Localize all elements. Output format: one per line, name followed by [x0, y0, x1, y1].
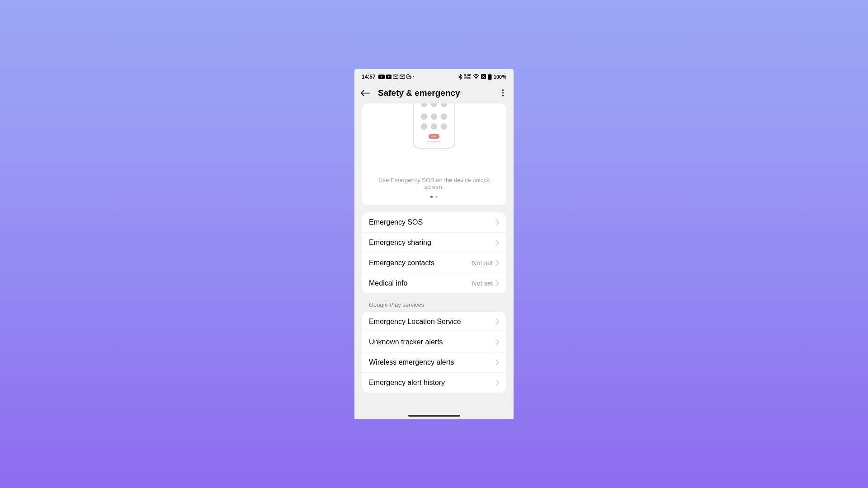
chevron-right-icon — [495, 280, 499, 286]
battery-icon — [488, 74, 492, 80]
status-left: 14:57 • — [362, 74, 414, 80]
phone-screen: 14:57 • 0,00 KB/S 100% — [354, 69, 514, 419]
section-header-google-play: Google Play services — [362, 293, 506, 312]
item-medical-info[interactable]: Medical info Not set — [362, 273, 506, 293]
wifi-icon — [473, 74, 479, 79]
page-dot-inactive — [435, 196, 438, 198]
item-value: Not set — [472, 280, 493, 287]
item-unknown-tracker-alerts[interactable]: Unknown tracker alerts — [362, 332, 506, 352]
hero-card[interactable]: SOS Use Emergency SOS on the device unlo… — [362, 103, 506, 205]
data-rate: 0,00 KB/S — [464, 74, 471, 79]
home-line-illustration — [427, 141, 441, 142]
box-icon — [481, 74, 486, 79]
item-label: Emergency sharing — [369, 239, 431, 247]
phone-illustration: SOS — [413, 103, 455, 149]
chevron-right-icon — [495, 219, 499, 225]
item-label: Emergency SOS — [369, 218, 423, 226]
home-indicator[interactable] — [408, 415, 460, 417]
status-right: 0,00 KB/S 100% — [458, 74, 506, 80]
status-bar: 14:57 • 0,00 KB/S 100% — [354, 69, 514, 82]
item-label: Emergency Location Service — [369, 318, 461, 326]
battery-percent: 100% — [494, 74, 506, 80]
more-dot-icon — [502, 95, 504, 96]
item-emergency-contacts[interactable]: Emergency contacts Not set — [362, 253, 506, 273]
google-icon — [406, 74, 411, 79]
page-title: Safety & emergency — [378, 88, 490, 98]
chevron-right-icon — [495, 239, 499, 246]
item-emergency-sharing[interactable]: Emergency sharing — [362, 233, 506, 253]
bluetooth-icon — [458, 74, 462, 80]
page-indicator — [430, 196, 438, 198]
keypad-illustration — [421, 103, 447, 130]
item-emergency-location-service[interactable]: Emergency Location Service — [362, 312, 506, 332]
app-bar: Safety & emergency — [354, 82, 514, 103]
settings-group-1: Emergency SOS Emergency sharing Emergenc… — [362, 212, 506, 293]
chevron-right-icon — [495, 359, 499, 366]
settings-group-2: Emergency Location Service Unknown track… — [362, 312, 506, 393]
item-label: Emergency contacts — [369, 259, 434, 267]
svg-rect-7 — [488, 74, 491, 80]
back-arrow-icon — [361, 89, 370, 97]
item-label: Medical info — [369, 279, 407, 287]
status-notification-icons: • — [378, 74, 414, 79]
page-dot-active — [430, 196, 433, 198]
back-button[interactable] — [361, 89, 370, 98]
sos-badge: SOS — [429, 134, 439, 139]
more-dot-icon — [502, 89, 504, 91]
chevron-right-icon — [495, 339, 499, 345]
svg-rect-6 — [489, 74, 491, 75]
gmail-icon — [393, 75, 398, 79]
gmail-icon-2 — [400, 75, 405, 79]
bullet-icon: • — [413, 75, 414, 79]
play-icon — [386, 75, 392, 79]
content-scroll[interactable]: SOS Use Emergency SOS on the device unlo… — [354, 103, 514, 413]
chevron-right-icon — [495, 319, 499, 325]
item-emergency-alert-history[interactable]: Emergency alert history — [362, 373, 506, 393]
youtube-icon — [378, 75, 385, 79]
item-value: Not set — [472, 259, 493, 267]
chevron-right-icon — [495, 260, 499, 266]
item-wireless-emergency-alerts[interactable]: Wireless emergency alerts — [362, 352, 506, 373]
item-label: Wireless emergency alerts — [369, 358, 454, 366]
svg-point-4 — [476, 78, 476, 79]
hero-caption: Use Emergency SOS on the device unlock s… — [371, 177, 497, 190]
item-label: Unknown tracker alerts — [369, 338, 443, 346]
more-menu-button[interactable] — [498, 89, 507, 98]
status-time: 14:57 — [362, 74, 376, 80]
chevron-right-icon — [495, 380, 499, 386]
item-emergency-sos[interactable]: Emergency SOS — [362, 212, 506, 233]
more-dot-icon — [502, 92, 504, 94]
item-label: Emergency alert history — [369, 379, 445, 387]
